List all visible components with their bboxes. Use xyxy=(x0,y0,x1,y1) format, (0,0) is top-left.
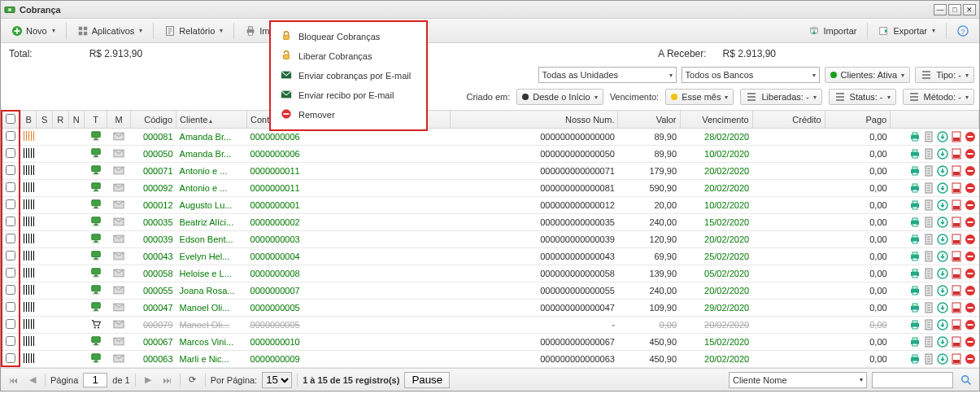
cell-vencimento[interactable]: 15/02/2020 xyxy=(680,214,752,231)
row-doc-button[interactable] xyxy=(923,234,934,245)
row-checkbox[interactable] xyxy=(6,131,15,141)
cell-cliente[interactable]: Amanda Br... xyxy=(176,129,247,146)
header-t[interactable]: T xyxy=(85,111,107,129)
cell-cliente[interactable]: Evelyn Hel... xyxy=(176,248,247,265)
row-checkbox[interactable] xyxy=(6,148,15,158)
row-pdf-button[interactable] xyxy=(951,353,962,365)
cell-codigo[interactable]: 000071 xyxy=(130,163,176,180)
cell-contrato[interactable]: 0000000006 xyxy=(247,146,451,163)
row-print-button[interactable] xyxy=(909,217,921,228)
cell-codigo[interactable]: 000035 xyxy=(130,214,176,231)
row-print-button[interactable] xyxy=(909,148,921,160)
cell-cliente[interactable]: Manoel Oli... xyxy=(176,317,247,334)
table-row[interactable]: 000067 Marcos Vini... 0000000010 0000000… xyxy=(2,334,979,351)
row-download-button[interactable] xyxy=(937,302,948,313)
header-m[interactable]: M xyxy=(107,111,130,129)
first-page-button[interactable]: ⏮ xyxy=(6,373,20,387)
row-remove-button[interactable] xyxy=(965,217,976,228)
cell-vencimento[interactable]: 20/02/2020 xyxy=(680,231,752,248)
cell-contrato[interactable]: 0000000001 xyxy=(247,197,451,214)
cell-cliente[interactable]: Heloise e L... xyxy=(176,265,247,282)
search-field-combo[interactable]: Cliente Nome▾ xyxy=(729,372,867,388)
unidades-combo[interactable]: Todas as Unidades▾ xyxy=(538,67,677,83)
pause-button[interactable]: Pause xyxy=(404,372,450,388)
table-row[interactable]: 000063 Marli e Nic... 0000000009 0000000… xyxy=(2,351,979,368)
exportar-button[interactable]: Exportar xyxy=(873,22,941,40)
row-download-button[interactable] xyxy=(937,268,948,279)
cell-contrato[interactable]: 0000000003 xyxy=(247,231,451,248)
relatorio-button[interactable]: Relatório xyxy=(159,22,229,40)
cell-contrato[interactable]: 0000000007 xyxy=(247,282,451,300)
row-pdf-button[interactable] xyxy=(951,251,962,262)
next-page-button[interactable]: ▶ xyxy=(141,373,155,387)
cell-codigo[interactable]: 000039 xyxy=(130,231,176,248)
row-download-button[interactable] xyxy=(937,131,948,142)
cell-codigo[interactable]: 000067 xyxy=(130,334,176,351)
cell-codigo[interactable]: 000092 xyxy=(130,180,176,197)
row-download-button[interactable] xyxy=(937,234,948,245)
header-r[interactable]: R xyxy=(53,111,69,129)
prev-page-button[interactable]: ◀ xyxy=(25,373,40,387)
cell-contrato[interactable]: 0000000008 xyxy=(247,265,451,282)
row-print-button[interactable] xyxy=(909,182,921,194)
aplicativos-button[interactable]: Aplicativos xyxy=(72,22,149,40)
row-print-button[interactable] xyxy=(909,319,921,330)
last-page-button[interactable]: ⏭ xyxy=(160,373,175,387)
cell-codigo[interactable]: 000043 xyxy=(130,248,176,265)
search-button[interactable] xyxy=(958,372,974,388)
cell-vencimento[interactable]: 20/02/2020 xyxy=(680,180,752,197)
row-pdf-button[interactable] xyxy=(951,302,962,313)
liberadas-filter[interactable]: Liberadas: -▾ xyxy=(740,89,821,105)
row-doc-button[interactable] xyxy=(923,251,934,262)
table-row[interactable]: 000012 Augusto Lu... 0000000001 00000000… xyxy=(2,197,979,214)
row-pdf-button[interactable] xyxy=(951,148,962,160)
row-print-button[interactable] xyxy=(909,131,921,142)
search-input[interactable] xyxy=(872,372,953,388)
cell-vencimento[interactable]: 10/02/2020 xyxy=(680,197,752,214)
close-button[interactable]: ✕ xyxy=(963,4,976,15)
row-pdf-button[interactable] xyxy=(951,217,962,228)
menu-enviar-cobrancas[interactable]: Enviar cobranças por E-mail xyxy=(271,66,426,85)
cell-vencimento[interactable]: 20/02/2020 xyxy=(680,351,752,368)
row-download-button[interactable] xyxy=(937,199,948,211)
header-valor[interactable]: Valor xyxy=(618,111,680,129)
row-doc-button[interactable] xyxy=(923,302,934,313)
cell-cliente[interactable]: Edson Bent... xyxy=(176,231,247,248)
menu-bloquear[interactable]: Bloquear Cobranças xyxy=(271,27,426,46)
cell-codigo[interactable]: 000079 xyxy=(130,317,176,334)
cell-vencimento[interactable]: 20/02/2020 xyxy=(680,282,752,300)
row-pdf-button[interactable] xyxy=(951,199,962,211)
table-row[interactable]: 000047 Manoel Oli... 0000000005 00000000… xyxy=(2,300,979,317)
row-print-button[interactable] xyxy=(909,251,921,262)
cell-cliente[interactable]: Amanda Br... xyxy=(176,146,247,163)
vencimento-filter[interactable]: Esse mês▾ xyxy=(665,89,734,105)
row-print-button[interactable] xyxy=(909,268,921,279)
table-row[interactable]: 000055 Joana Rosa... 0000000007 00000000… xyxy=(2,282,979,300)
row-remove-button[interactable] xyxy=(965,131,976,142)
row-pdf-button[interactable] xyxy=(951,182,962,194)
row-download-button[interactable] xyxy=(937,148,948,160)
cell-cliente[interactable]: Marli e Nic... xyxy=(176,351,247,368)
cell-contrato[interactable]: 0000000005 xyxy=(247,317,451,334)
row-remove-button[interactable] xyxy=(965,302,976,313)
row-download-button[interactable] xyxy=(937,336,948,348)
row-download-button[interactable] xyxy=(937,217,948,228)
cell-codigo[interactable]: 000055 xyxy=(130,282,176,300)
header-vencimento[interactable]: Vencimento xyxy=(680,111,752,129)
cell-vencimento[interactable]: 20/02/2020 xyxy=(680,317,752,334)
row-remove-button[interactable] xyxy=(965,336,976,348)
row-doc-button[interactable] xyxy=(923,148,934,160)
row-print-button[interactable] xyxy=(909,336,921,348)
row-doc-button[interactable] xyxy=(923,199,934,211)
row-checkbox[interactable] xyxy=(6,199,15,209)
per-page-select[interactable]: 15 xyxy=(262,372,292,388)
row-checkbox[interactable] xyxy=(6,268,15,278)
menu-enviar-recibo[interactable]: Enviar recibo por E-mail xyxy=(271,85,426,105)
cell-codigo[interactable]: 000058 xyxy=(130,265,176,282)
table-row[interactable]: 000071 Antonio e ... 0000000011 00000000… xyxy=(2,163,979,180)
row-doc-button[interactable] xyxy=(923,217,934,228)
cell-codigo[interactable]: 000063 xyxy=(130,351,176,368)
header-s[interactable]: S xyxy=(37,111,53,129)
importar-button[interactable]: Importar xyxy=(803,22,862,40)
row-pdf-button[interactable] xyxy=(951,131,962,142)
